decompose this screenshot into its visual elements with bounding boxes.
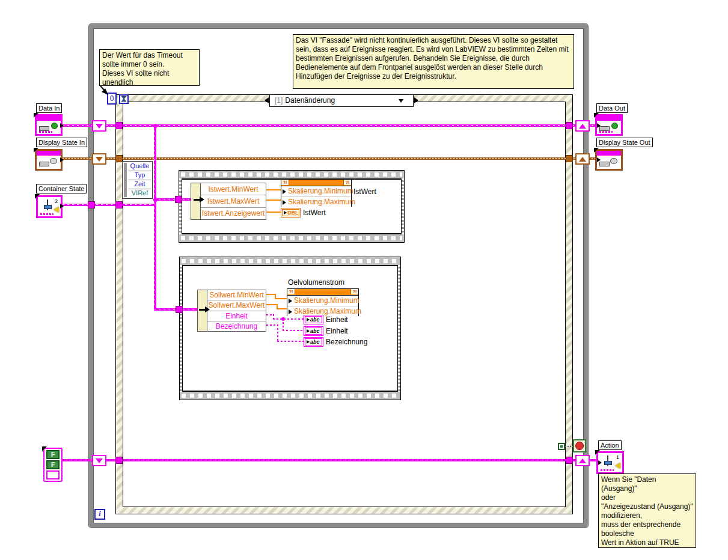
feet-art-icon (601, 469, 614, 471)
shift-register-left-icon[interactable] (92, 455, 106, 466)
wire-junction-dot (153, 198, 158, 202)
local-variable-string[interactable]: abc (304, 337, 323, 347)
shift-register-right-icon[interactable] (575, 153, 590, 165)
tunnel[interactable] (115, 457, 123, 464)
unbundle-item[interactable]: Istwert.MinWert (201, 183, 266, 195)
tunnel[interactable] (88, 201, 95, 208)
terminal-label: Display State Out (596, 138, 653, 147)
terminal-label: Container State (36, 184, 87, 193)
unbundle-item[interactable]: Sollwert.MaxWert (207, 300, 266, 311)
tunnel[interactable] (115, 122, 123, 129)
property-item[interactable]: Skalierung.Minimum (281, 186, 351, 196)
event-prev-arrow-icon[interactable] (265, 97, 269, 103)
chevron-down-icon[interactable] (399, 99, 403, 103)
shift-register-right-icon[interactable] (575, 120, 590, 132)
local-variable-string[interactable]: abc (304, 315, 323, 324)
filmstrip-border-icon (180, 391, 400, 400)
container-state-terminal[interactable]: 2 (36, 195, 63, 218)
tunnel[interactable] (566, 122, 573, 129)
cluster-cap (597, 116, 621, 121)
property-node-oelvolumenstrom[interactable]: ?! ?! Skalierung.Minimum Skalierung.Maxi… (287, 288, 359, 316)
event-case-name: Datenänderung (285, 96, 335, 105)
boolean-cluster-constant[interactable]: F F (43, 448, 63, 482)
unbundle-item[interactable]: Istwert.Anzeigewert (201, 208, 266, 219)
loop-iteration-terminal[interactable]: i (94, 509, 105, 520)
tunnel[interactable] (566, 457, 573, 464)
comment-timeout[interactable]: Der Wert für das Timeout sollte immer 0 … (99, 49, 200, 86)
terminal-label: Display State In (36, 138, 87, 147)
terminal-output-nub-icon (60, 123, 64, 128)
ball-art-icon (51, 123, 58, 129)
local-variable-dbl[interactable]: DBL (281, 208, 301, 218)
warning-icon: ?! (343, 180, 351, 185)
tunnel[interactable] (115, 201, 123, 208)
wire-bezeichnung (277, 324, 278, 341)
ball-art-icon (611, 123, 618, 129)
wire-istwert-min (266, 189, 281, 190)
property-item[interactable]: Skalierung.Maximum (281, 196, 351, 207)
terminal-output-nub-icon (60, 157, 64, 162)
slider-art-icon (599, 126, 610, 131)
tunnel[interactable] (175, 196, 182, 203)
unbundle-item[interactable]: Sollwert.MinWert (207, 290, 266, 300)
local-variable-label: IstWert (303, 208, 326, 217)
filmstrip-border-icon (179, 171, 404, 179)
abc-glyph-icon: abc (305, 338, 322, 345)
stop-button-icon[interactable] (573, 439, 586, 452)
terminal-output-nub-icon (60, 204, 64, 208)
unbundle-item[interactable]: Einheit (207, 311, 266, 321)
gear-art-icon (610, 158, 617, 164)
tunnel[interactable] (566, 155, 573, 162)
slider-art-icon (39, 126, 49, 131)
shift-register-right-icon[interactable] (575, 455, 590, 466)
boolean-tunnel[interactable] (558, 443, 565, 450)
label-corner-icon (595, 450, 600, 455)
filmstrip-border-icon (180, 257, 400, 266)
unbundle-item[interactable]: Istwert.MaxWert (201, 195, 266, 207)
slider-art-icon (39, 162, 49, 166)
feet-art-icon (40, 213, 54, 215)
terminal-label: Action (598, 440, 622, 450)
wire-data (63, 124, 595, 127)
filmstrip-border-icon (179, 234, 404, 242)
wire-sollwert-max (277, 308, 287, 309)
event-case-index: [1] (275, 96, 283, 105)
block-diagram-canvas: [1]Datenänderung Quelle (0, 0, 728, 560)
warning-icon: ?! (281, 180, 289, 185)
label-corner-icon (594, 148, 599, 153)
warning-icon: ?! (287, 289, 295, 294)
slider-pointer-icon (54, 207, 59, 213)
cluster-cap (37, 116, 61, 121)
event-data-item: VIRef (128, 189, 151, 198)
filmstrip-edge (398, 265, 400, 392)
display-state-in-terminal[interactable] (35, 149, 63, 171)
wire-display-state (63, 157, 595, 160)
false-constant[interactable]: F (46, 450, 60, 459)
label-corner-icon (35, 194, 40, 199)
abc-glyph-icon: abc (305, 327, 322, 335)
event-data-node[interactable]: Quelle Typ Zeit VIRef (122, 161, 153, 199)
terminal-label: Data Out (596, 103, 628, 113)
tunnel[interactable] (176, 306, 183, 313)
shift-register-left-icon[interactable] (92, 120, 106, 132)
comment-action[interactable]: Wenn Sie "Daten (Ausgang)" oder "Anzeige… (598, 473, 696, 548)
data-in-terminal[interactable] (35, 114, 63, 136)
wire-input-arrow-icon (199, 306, 211, 313)
false-constant[interactable]: F (46, 460, 60, 469)
property-node-istwert[interactable]: ?! ?! Skalierung.Minimum Skalierung.Maxi… (281, 179, 352, 207)
shift-register-left-icon[interactable] (92, 153, 106, 165)
event-next-arrow-icon[interactable] (414, 97, 418, 103)
slider-value: 2 (55, 199, 58, 204)
local-variable-string[interactable]: abc (304, 326, 323, 336)
event-data-node-bar (124, 163, 127, 197)
stop-wire (565, 446, 574, 447)
property-item[interactable]: Skalierung.Minimum (287, 296, 358, 306)
wire-action (61, 459, 596, 461)
comment-facade[interactable]: Das VI "Fassade" wird nicht kontinuierli… (293, 34, 574, 89)
local-variable-label: Einheit (326, 315, 348, 324)
event-case-selector[interactable]: [1]Datenänderung (269, 94, 414, 107)
warning-icon: ?! (350, 289, 358, 294)
wire-bezeichnung (277, 341, 304, 342)
unbundle-item[interactable]: Bezeichnung (207, 321, 266, 331)
slider-value: 1 (616, 455, 619, 460)
